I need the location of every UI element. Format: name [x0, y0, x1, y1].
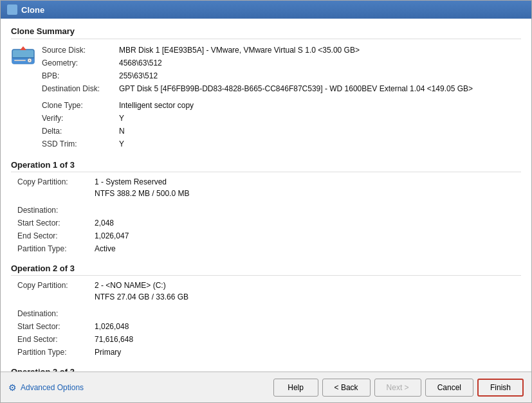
ssd-trim-row: SSD Trim: Y [42, 138, 521, 150]
ssd-trim-label: SSD Trim: [42, 138, 119, 150]
op2-partition-type-row: Partition Type: Primary [17, 346, 521, 358]
operation2-section: Operation 2 of 3 Copy Partition: 2 - <NO… [11, 264, 521, 358]
verify-value: Y [119, 112, 124, 124]
op2-start-sector-row: Start Sector: 1,026,048 [17, 321, 521, 332]
window-icon [7, 4, 17, 15]
op2-destination-row: Destination: [17, 308, 521, 319]
destination-disk-label: Destination Disk: [42, 83, 119, 94]
op2-end-sector-label: End Sector: [17, 334, 95, 345]
destination-disk-value: GPT Disk 5 [4F6FB99B-DD83-4828-B665-CC84… [119, 83, 473, 94]
verify-label: Verify: [42, 112, 119, 124]
op2-copy-partition-value1: 2 - <NO NAME> (C:) [95, 280, 188, 291]
source-disk-row: Source Disk: MBR Disk 1 [E4E93B5A] - VMw… [42, 44, 521, 56]
ssd-trim-value: Y [119, 138, 124, 150]
svg-point-4 [29, 60, 30, 61]
op2-start-sector-value: 1,026,048 [95, 321, 129, 332]
next-button[interactable]: Next > [374, 379, 421, 397]
destination-disk-row: Destination Disk: GPT Disk 5 [4F6FB99B-D… [42, 83, 521, 94]
clone-type-value: Intelligent sector copy [119, 100, 194, 111]
cancel-button[interactable]: Cancel [425, 379, 473, 397]
op1-start-sector-value: 2,048 [95, 217, 114, 229]
operation3-section: Operation 3 of 3 Copy Partition: 3 - <NO… [11, 367, 521, 372]
op1-copy-partition-label: Copy Partition: [17, 176, 95, 199]
source-disk-label: Source Disk: [42, 44, 119, 56]
operation1-rows: Copy Partition: 1 - System Reserved NTFS… [11, 176, 521, 255]
source-disk-value: MBR Disk 1 [E4E93B5A] - VMware, VMware V… [119, 44, 360, 56]
footer: ⚙ Advanced Options Help < Back Next > Ca… [1, 372, 531, 402]
operation1-section: Operation 1 of 3 Copy Partition: 1 - Sys… [11, 160, 521, 255]
clone-type-row: Clone Type: Intelligent sector copy [42, 100, 521, 111]
op2-copy-partition-row: Copy Partition: 2 - <NO NAME> (C:) NTFS … [17, 280, 521, 303]
clone-summary-header: Clone Summary [11, 26, 521, 39]
operation1-header: Operation 1 of 3 [11, 160, 521, 172]
clone-type-label: Clone Type: [42, 100, 119, 111]
op2-partition-type-value: Primary [95, 346, 121, 358]
op1-end-sector-value: 1,026,047 [95, 230, 129, 242]
operation3-header: Operation 3 of 3 [11, 367, 521, 372]
op2-copy-partition-value: 2 - <NO NAME> (C:) NTFS 27.04 GB / 33.66… [95, 280, 188, 303]
clone-window: Clone Clone Summary [0, 0, 532, 403]
content-area: Clone Summary Sou [1, 19, 531, 372]
back-button[interactable]: < Back [322, 379, 371, 397]
disk-icon [11, 44, 35, 69]
op1-partition-type-value: Active [95, 243, 116, 255]
op1-copy-partition-row: Copy Partition: 1 - System Reserved NTFS… [17, 176, 521, 199]
delta-value: N [119, 125, 125, 137]
op2-end-sector-value: 71,616,648 [95, 334, 133, 345]
operation2-header: Operation 2 of 3 [11, 264, 521, 276]
svg-rect-2 [12, 57, 34, 58]
geometry-row: Geometry: 4568\63\512 [42, 57, 521, 69]
summary-table: Source Disk: MBR Disk 1 [E4E93B5A] - VMw… [42, 44, 521, 151]
delta-label: Delta: [42, 125, 119, 137]
finish-button[interactable]: Finish [477, 379, 524, 397]
advanced-options-label: Advanced Options [21, 383, 84, 392]
op1-copy-partition-value1: 1 - System Reserved [95, 176, 189, 188]
window-title: Clone [21, 5, 44, 15]
op2-copy-partition-label: Copy Partition: [17, 280, 95, 303]
delta-row: Delta: N [42, 125, 521, 137]
verify-row: Verify: Y [42, 112, 521, 124]
footer-buttons: Help < Back Next > Cancel Finish [273, 379, 524, 397]
op1-end-sector-label: End Sector: [17, 230, 95, 242]
op1-destination-label: Destination: [17, 204, 95, 216]
op1-copy-partition-value2: NTFS 388.2 MB / 500.0 MB [95, 188, 189, 199]
bpb-row: BPB: 255\63\512 [42, 70, 521, 82]
geometry-label: Geometry: [42, 57, 119, 69]
geometry-value: 4568\63\512 [119, 57, 162, 69]
svg-marker-6 [20, 46, 26, 50]
title-bar: Clone [1, 1, 531, 19]
op1-copy-partition-value: 1 - System Reserved NTFS 388.2 MB / 500.… [95, 176, 189, 199]
svg-rect-5 [14, 60, 26, 61]
op1-start-sector-label: Start Sector: [17, 217, 95, 229]
bpb-value: 255\63\512 [119, 70, 158, 82]
help-button[interactable]: Help [273, 379, 318, 397]
op1-partition-type-row: Partition Type: Active [17, 243, 521, 255]
settings-icon: ⚙ [8, 382, 17, 393]
op1-end-sector-row: End Sector: 1,026,047 [17, 230, 521, 242]
op2-partition-type-label: Partition Type: [17, 346, 95, 358]
op2-copy-partition-value2: NTFS 27.04 GB / 33.66 GB [95, 291, 188, 303]
operation2-rows: Copy Partition: 2 - <NO NAME> (C:) NTFS … [11, 280, 521, 358]
op1-partition-type-label: Partition Type: [17, 243, 95, 255]
op2-start-sector-label: Start Sector: [17, 321, 95, 332]
op2-end-sector-row: End Sector: 71,616,648 [17, 334, 521, 345]
op2-destination-label: Destination: [17, 308, 95, 319]
op1-destination-row: Destination: [17, 204, 521, 216]
op1-start-sector-row: Start Sector: 2,048 [17, 217, 521, 229]
advanced-options-link[interactable]: ⚙ Advanced Options [8, 382, 84, 393]
bpb-label: BPB: [42, 70, 119, 82]
clone-summary-section: Source Disk: MBR Disk 1 [E4E93B5A] - VMw… [11, 44, 521, 151]
